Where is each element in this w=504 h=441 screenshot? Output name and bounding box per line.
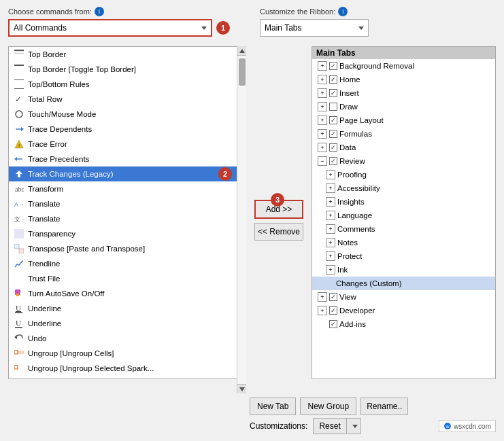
expand-icon[interactable]: + <box>326 197 335 207</box>
new-tab-button[interactable]: New Tab <box>250 398 296 415</box>
left-info-icon[interactable]: i <box>95 7 104 16</box>
list-item-label: Transpose [Paste and Transpose] <box>28 245 243 253</box>
checkbox-background-removal[interactable] <box>329 62 337 70</box>
ribbon-item-label: Language <box>337 211 372 219</box>
list-item[interactable]: U Underline <box>9 316 246 331</box>
checkbox-insert[interactable] <box>329 89 337 97</box>
touch-mouse-icon <box>13 108 25 120</box>
ribbon-item-proofing[interactable]: + Proofing <box>312 168 495 181</box>
expand-icon[interactable]: + <box>326 170 335 179</box>
reset-dropdown-arrow-icon[interactable] <box>347 419 360 434</box>
expand-icon[interactable]: + <box>318 61 327 71</box>
list-item[interactable]: Trace Precedents <box>9 152 246 166</box>
ribbon-item-language[interactable]: + Language <box>312 209 495 222</box>
rename-button[interactable]: Rename.. <box>360 398 408 415</box>
reset-dropdown[interactable]: Reset <box>313 418 360 434</box>
list-item[interactable]: ! Trace Error <box>9 137 246 152</box>
expand-icon[interactable]: + <box>326 224 335 234</box>
ribbon-item-page-layout[interactable]: + Page Layout <box>312 113 495 127</box>
expand-icon[interactable]: − <box>318 156 327 166</box>
checkbox-view[interactable] <box>329 293 337 301</box>
commands-dropdown[interactable]: All Commands <box>8 19 212 37</box>
ribbon-item-review[interactable]: − Review <box>312 154 495 168</box>
expand-icon[interactable]: + <box>326 265 335 275</box>
reset-button-text[interactable]: Reset <box>314 419 346 434</box>
expand-icon[interactable]: + <box>318 129 327 139</box>
ribbon-item-insights[interactable]: + Insights <box>312 195 495 209</box>
list-item-label: Underline <box>28 304 243 313</box>
ribbon-item-accessibility[interactable]: + Accessibility <box>312 181 495 195</box>
expand-icon[interactable]: + <box>318 306 327 315</box>
list-item[interactable]: 文→ Translate <box>9 211 246 226</box>
bottom-buttons-bar: New Tab New Group Rename.. <box>8 398 496 415</box>
list-item[interactable]: A→ Translate <box>9 196 246 211</box>
checkbox-formulas[interactable] <box>329 130 337 138</box>
list-item[interactable]: Top Border <box>9 47 246 62</box>
checkbox-review[interactable] <box>329 157 337 165</box>
ribbon-item-background-removal[interactable]: + Background Removal <box>312 59 495 73</box>
checkbox-page-layout[interactable] <box>329 116 337 124</box>
expand-icon[interactable]: + <box>318 143 327 152</box>
ribbon-item-label: Insert <box>339 89 359 97</box>
expand-icon[interactable]: + <box>326 183 335 193</box>
list-item[interactable]: Transparency <box>9 226 246 241</box>
ribbon-dropdown[interactable]: Main Tabs <box>260 19 369 37</box>
add-btn-wrapper: Add >> 3 <box>254 200 303 219</box>
ribbon-item-comments[interactable]: + Comments <box>312 222 495 236</box>
expand-icon[interactable]: + <box>318 88 327 98</box>
scroll-up-btn[interactable] <box>237 46 246 56</box>
ribbon-item-notes[interactable]: + Notes <box>312 236 495 249</box>
list-item[interactable]: Trendline <box>9 256 246 271</box>
list-item[interactable]: Trace Dependents <box>9 122 246 137</box>
checkbox-home[interactable] <box>329 75 337 84</box>
checkbox-draw[interactable] <box>329 103 337 111</box>
right-section-header: Customize the Ribbon: i Main Tabs <box>260 7 496 41</box>
list-item[interactable]: Ungroup [Ungroup Cells] <box>9 346 246 361</box>
expand-icon[interactable]: + <box>318 116 327 125</box>
track-changes-item[interactable]: Track Changes (Legacy) 2 <box>9 166 246 181</box>
checkbox-data[interactable] <box>329 143 337 152</box>
ribbon-item-home[interactable]: + Home <box>312 73 495 86</box>
ribbon-item-data[interactable]: + Data <box>312 141 495 154</box>
ribbon-item-insert[interactable]: + Insert <box>312 86 495 100</box>
list-item-label: Turn AutoSave On/Off <box>28 289 243 298</box>
list-item[interactable]: Trust File <box>9 271 246 286</box>
checkbox-addins[interactable] <box>329 320 337 328</box>
list-item[interactable]: U Underline <box>9 301 246 316</box>
ribbon-item-addins[interactable]: Add-ins <box>312 317 495 331</box>
new-group-button[interactable]: New Group <box>300 398 356 415</box>
list-item[interactable]: Turn AutoSave On/Off <box>9 286 246 301</box>
commands-list[interactable]: Top Border Top Border [Toggle Top Border… <box>8 46 246 379</box>
ribbon-item-protect[interactable]: + Protect <box>312 249 495 263</box>
ribbon-tree[interactable]: Main Tabs + Background Removal + Home + … <box>312 46 496 379</box>
checkbox-developer[interactable] <box>329 306 337 315</box>
ribbon-item-draw[interactable]: + Draw <box>312 100 495 113</box>
ribbon-item-developer[interactable]: + Developer <box>312 304 495 317</box>
list-item[interactable]: Touch/Mouse Mode <box>9 107 246 122</box>
scroll-thumb[interactable] <box>239 58 246 86</box>
list-item[interactable]: Undo <box>9 331 246 346</box>
expand-icon[interactable]: + <box>318 102 327 111</box>
right-info-icon[interactable]: i <box>338 7 348 16</box>
ribbon-item-changes-custom[interactable]: Changes (Custom) <box>312 277 495 290</box>
ribbon-item-formulas[interactable]: + Formulas <box>312 127 495 141</box>
list-item[interactable]: Ungroup Cells <box>9 376 246 379</box>
expand-icon[interactable]: + <box>326 238 335 247</box>
expand-icon[interactable]: + <box>318 75 327 84</box>
ribbon-item-ink[interactable]: + Ink <box>312 263 495 277</box>
expand-icon[interactable]: + <box>326 251 335 261</box>
list-item[interactable]: Ungroup [Ungroup Selected Spark... <box>9 361 246 376</box>
list-item[interactable]: ✓ Total Row <box>9 92 246 107</box>
track-changes-icon <box>13 168 25 180</box>
left-scrollbar[interactable] <box>237 46 246 393</box>
list-item[interactable]: Transpose [Paste and Transpose] <box>9 241 246 256</box>
svg-marker-13 <box>16 171 22 177</box>
remove-button[interactable]: << Remove <box>254 223 303 241</box>
expand-icon[interactable]: + <box>318 292 327 302</box>
list-item[interactable]: abc Transform <box>9 181 246 196</box>
scroll-down-btn[interactable] <box>237 384 246 393</box>
list-item[interactable]: Top/Bottom Rules <box>9 77 246 92</box>
ribbon-item-view[interactable]: + View <box>312 290 495 304</box>
list-item[interactable]: Top Border [Toggle Top Border] <box>9 62 246 77</box>
expand-icon[interactable]: + <box>326 211 335 220</box>
